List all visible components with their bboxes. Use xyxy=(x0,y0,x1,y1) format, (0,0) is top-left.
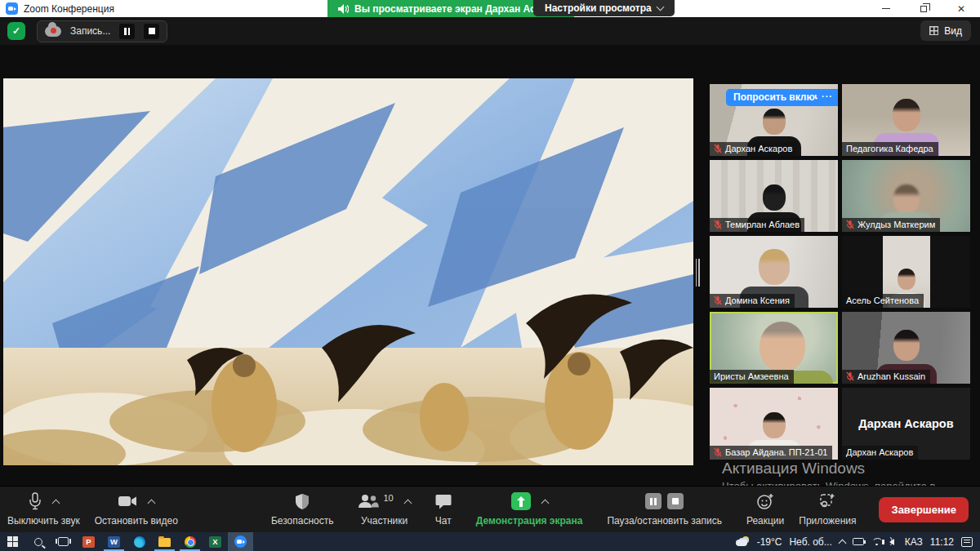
mute-options-caret[interactable] xyxy=(51,499,60,507)
more-options-button[interactable]: ··· xyxy=(817,89,837,104)
muted-mic-icon xyxy=(714,295,722,305)
participant-tile[interactable]: Базар Айдана. ПП-21-01 xyxy=(710,388,838,460)
search-icon xyxy=(34,538,42,546)
close-button[interactable]: ✕ xyxy=(942,0,980,17)
windows-logo-icon xyxy=(7,536,18,547)
stop-recording-button[interactable] xyxy=(144,24,159,39)
language-indicator[interactable]: КАЗ xyxy=(905,536,923,548)
share-options-caret[interactable] xyxy=(541,499,549,507)
participants-count: 10 xyxy=(383,493,393,503)
cloud-recording-icon xyxy=(45,26,61,37)
minimize-icon xyxy=(882,8,890,10)
pause-recording-icon[interactable] xyxy=(645,493,662,509)
apps-button[interactable]: Приложения xyxy=(791,487,863,532)
microphone-icon xyxy=(29,492,42,510)
zoom-logo-icon xyxy=(6,2,18,15)
viewing-screen-text: Вы просматриваете экран Дархан Аскаров xyxy=(354,3,564,15)
chat-button[interactable]: Чат xyxy=(428,487,459,532)
view-settings-dropdown[interactable]: Настройки просмотра xyxy=(533,0,675,16)
meeting-main-area: Попросить включить ··· Дархан Аскаров Пе… xyxy=(0,45,980,532)
hidden-icons-chevron[interactable] xyxy=(838,539,846,547)
end-meeting-button[interactable]: Завершение xyxy=(879,497,969,522)
participant-tile-active-speaker[interactable]: Иристы Амзеевна xyxy=(710,312,838,384)
participant-display-name: Дархан Аскаров xyxy=(842,417,970,430)
muted-mic-icon xyxy=(714,144,722,153)
meeting-info-shield-icon[interactable]: ✓ xyxy=(7,22,25,40)
watermark-title: Активация Windows xyxy=(722,460,935,478)
volume-icon[interactable] xyxy=(889,539,894,545)
participant-name-tag: Базар Айдана. ПП-21-01 xyxy=(710,446,832,460)
pause-stop-recording-button[interactable]: Пауза/остановить запись xyxy=(599,487,728,532)
close-icon: ✕ xyxy=(957,4,965,14)
participant-tile[interactable]: Попросить включить ··· Дархан Аскаров xyxy=(710,84,838,156)
recording-status-label: Запись... xyxy=(70,25,110,37)
participant-tile-no-video[interactable]: Дархан Аскаров Дархан Аскаров xyxy=(842,388,970,460)
clock[interactable]: 11:12 xyxy=(930,536,954,548)
participants-icon xyxy=(358,494,379,509)
temperature-label[interactable]: -19°C xyxy=(757,536,782,548)
share-screen-button[interactable]: Демонстрация экрана xyxy=(469,487,590,532)
participant-tile[interactable]: Домина Ксения xyxy=(710,236,838,308)
battery-icon[interactable] xyxy=(853,538,864,545)
apps-icon xyxy=(819,493,835,509)
participant-name-tag: Дархан Аскаров xyxy=(710,142,797,156)
view-button-label: Вид xyxy=(944,25,962,37)
muted-mic-icon xyxy=(714,447,722,457)
windows-taskbar: P W X -19°C Неб. об... КАЗ 11:12 xyxy=(0,532,980,551)
notifications-icon[interactable] xyxy=(961,537,973,547)
participant-tile[interactable]: Жулдыз Маткерим xyxy=(842,160,970,232)
participant-tile[interactable]: Aruzhan Kussain xyxy=(842,312,970,384)
task-view-icon xyxy=(58,537,69,546)
excel-icon: X xyxy=(209,536,221,548)
reactions-smiley-icon xyxy=(757,493,774,510)
wifi-icon[interactable] xyxy=(871,538,882,546)
window-controls: ✕ xyxy=(867,0,980,17)
taskbar-powerpoint[interactable]: P xyxy=(76,532,101,551)
view-button[interactable]: Вид xyxy=(920,20,971,41)
participant-name-tag: Темирлан Аблаев xyxy=(710,218,804,232)
sidebar-resize-handle[interactable] xyxy=(695,259,700,287)
taskbar-word[interactable]: W xyxy=(101,532,127,551)
pause-recording-button[interactable] xyxy=(119,24,135,39)
stop-recording-icon[interactable] xyxy=(667,493,684,509)
task-view-button[interactable] xyxy=(51,532,76,551)
participant-name-tag: Домина Ксения xyxy=(710,294,795,308)
participants-button[interactable]: 10 Участники xyxy=(350,487,417,532)
restore-icon xyxy=(920,6,927,12)
restore-button[interactable] xyxy=(905,0,942,17)
window-titlebar: Zoom Конференция Вы просматриваете экран… xyxy=(0,0,980,17)
participant-tile[interactable]: Темирлан Аблаев xyxy=(710,160,838,232)
window-title: Zoom Конференция xyxy=(24,3,114,15)
zoom-app-icon xyxy=(234,535,247,548)
security-button[interactable]: Безопасность xyxy=(264,487,341,532)
start-button[interactable] xyxy=(0,532,25,551)
taskbar-chrome[interactable] xyxy=(177,532,203,551)
participant-name-tag: Aruzhan Kussain xyxy=(842,370,930,384)
participant-name-tag: Педагогика Кафедра xyxy=(842,142,938,156)
muted-mic-icon xyxy=(846,371,854,381)
participant-name-tag: Иристы Амзеевна xyxy=(710,370,794,384)
participant-name-tag: Жулдыз Маткерим xyxy=(842,218,940,232)
file-explorer-icon xyxy=(158,538,171,547)
video-options-caret[interactable] xyxy=(148,499,156,507)
participant-tile[interactable]: Педагогика Кафедра xyxy=(842,84,970,156)
taskbar-search-button[interactable] xyxy=(25,532,51,551)
recording-widget: Запись... xyxy=(37,20,167,42)
taskbar-zoom-active[interactable] xyxy=(228,532,253,551)
taskbar-edge[interactable] xyxy=(127,532,152,551)
shared-screen-scene xyxy=(3,78,693,465)
weather-label[interactable]: Неб. об... xyxy=(789,536,831,548)
meeting-toolbar: Выключить звук Остановить видео Безопасн… xyxy=(0,486,980,532)
participants-options-caret[interactable] xyxy=(403,499,412,507)
mute-button[interactable]: Выключить звук xyxy=(0,487,87,532)
taskbar-excel[interactable]: X xyxy=(203,532,228,551)
minimize-button[interactable] xyxy=(867,0,905,17)
speaker-icon xyxy=(338,4,349,14)
muted-mic-icon xyxy=(846,220,854,229)
share-screen-icon xyxy=(511,492,531,510)
participant-tile[interactable]: Асель Сейтенова xyxy=(842,236,970,308)
word-icon: W xyxy=(108,536,120,548)
taskbar-file-explorer[interactable] xyxy=(152,532,177,551)
stop-video-button[interactable]: Остановить видео xyxy=(87,487,185,532)
reactions-button[interactable]: Реакции xyxy=(739,487,791,532)
